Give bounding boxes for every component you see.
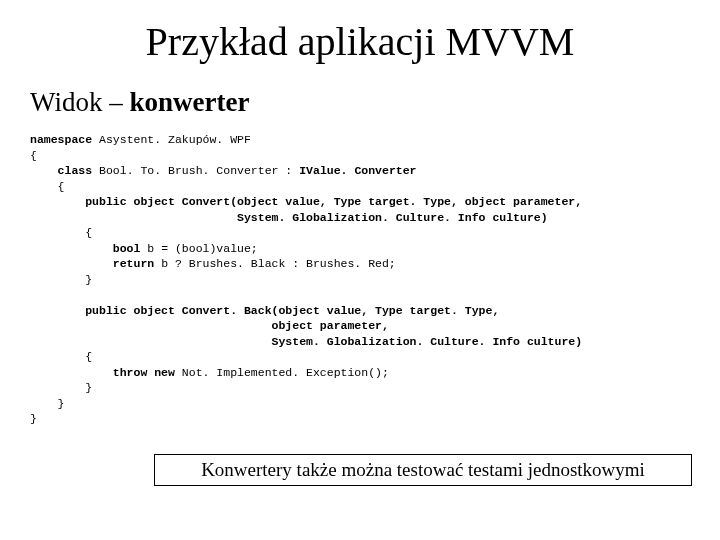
code-text: b ? Brushes. Black : Brushes. Red;	[154, 257, 396, 270]
kw-throw-new: throw new	[30, 366, 175, 379]
method-sig: System. Globalization. Culture. Info cul…	[30, 335, 582, 348]
method-sig: object parameter,	[30, 319, 389, 332]
type-name: IValue. Converter	[299, 164, 416, 177]
code-text: }	[30, 381, 92, 394]
kw-bool: bool	[30, 242, 140, 255]
code-text: {	[30, 350, 92, 363]
code-text: {	[30, 180, 65, 193]
method-sig: public object Convert(object value, Type…	[30, 195, 582, 208]
code-text: Bool. To. Brush. Converter :	[92, 164, 299, 177]
slide-subtitle: Widok – konwerter	[30, 87, 690, 118]
code-block: namespace Asystent. Zakupów. WPF { class…	[30, 132, 690, 427]
kw-class: class	[30, 164, 92, 177]
slide-title: Przykład aplikacji MVVM	[30, 18, 690, 65]
method-sig: System. Globalization. Culture. Info cul…	[30, 211, 548, 224]
method-sig: public object Convert. Back(object value…	[30, 304, 499, 317]
code-text: {	[30, 149, 37, 162]
code-text: }	[30, 397, 65, 410]
code-text: {	[30, 226, 92, 239]
code-text: }	[30, 273, 92, 286]
subtitle-plain: Widok –	[30, 87, 129, 117]
code-text: b = (bool)value;	[140, 242, 257, 255]
kw-return: return	[30, 257, 154, 270]
code-text: Not. Implemented. Exception();	[175, 366, 389, 379]
code-text: }	[30, 412, 37, 425]
callout-box: Konwertery także można testować testami …	[154, 454, 692, 486]
code-text: Asystent. Zakupów. WPF	[92, 133, 251, 146]
kw-namespace: namespace	[30, 133, 92, 146]
subtitle-bold: konwerter	[129, 87, 249, 117]
